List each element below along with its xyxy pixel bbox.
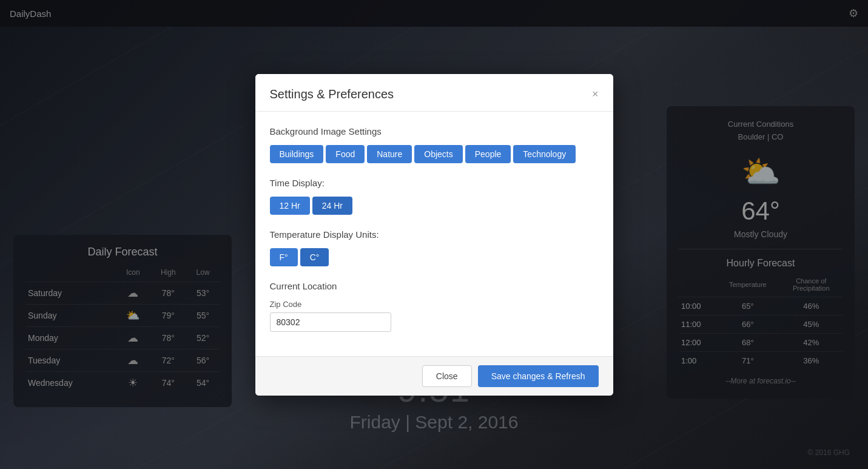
- time-btn-24-hr[interactable]: 24 Hr: [312, 197, 352, 215]
- bg-btn-nature[interactable]: Nature: [367, 145, 412, 163]
- temperature-btn-group: F°C°: [270, 248, 599, 266]
- zip-input[interactable]: [270, 312, 391, 332]
- close-icon[interactable]: ×: [592, 89, 599, 100]
- close-button[interactable]: Close: [422, 365, 472, 387]
- temperature-label: Temperature Display Units:: [270, 229, 599, 240]
- temp-btn-c[interactable]: C°: [300, 248, 329, 266]
- zip-label: Zip Code: [270, 300, 599, 309]
- time-display-label: Time Display:: [270, 178, 599, 188]
- temp-btn-f[interactable]: F°: [270, 248, 298, 266]
- bg-btn-food[interactable]: Food: [326, 145, 365, 163]
- time-btn-12-hr[interactable]: 12 Hr: [270, 197, 310, 215]
- bg-btn-objects[interactable]: Objects: [414, 145, 462, 163]
- save-button[interactable]: Save changes & Refresh: [478, 365, 599, 387]
- modal-body: Background Image Settings BuildingsFoodN…: [255, 112, 613, 356]
- bg-btn-people[interactable]: People: [465, 145, 511, 163]
- modal-title: Settings & Preferences: [270, 87, 394, 101]
- time-display-btn-group: 12 Hr24 Hr: [270, 197, 599, 215]
- settings-modal: Settings & Preferences × Background Imag…: [255, 74, 613, 396]
- modal-footer: Close Save changes & Refresh: [255, 356, 613, 396]
- modal-header: Settings & Preferences ×: [255, 74, 613, 112]
- bg-btn-technology[interactable]: Technology: [513, 145, 576, 163]
- background-section-label: Background Image Settings: [270, 126, 599, 137]
- location-label: Current Location: [270, 281, 599, 291]
- bg-btn-buildings[interactable]: Buildings: [270, 145, 324, 163]
- background-btn-group: BuildingsFoodNatureObjectsPeopleTechnolo…: [270, 145, 599, 163]
- zip-code-group: Zip Code: [270, 300, 599, 332]
